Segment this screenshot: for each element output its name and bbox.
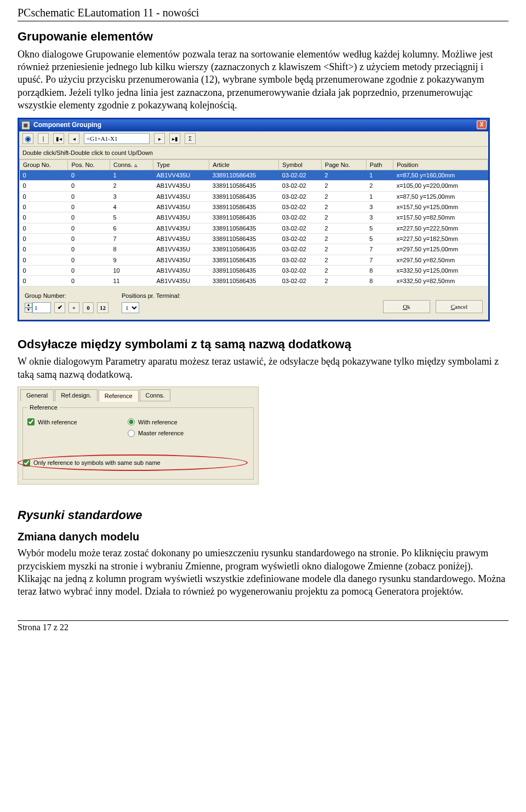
tab-reference[interactable]: Reference — [99, 390, 139, 402]
window-icon: ⊞ — [21, 121, 30, 130]
table-cell: 0 — [68, 170, 110, 181]
table-row[interactable]: 007AB1VV435U338911058643503-02-0225x=227… — [20, 233, 488, 244]
zero-button[interactable]: 0 — [83, 302, 94, 313]
table-cell: 3389110586435 — [209, 191, 279, 201]
table-cell: 4 — [110, 202, 153, 212]
positions-label: Positions pr. Terminal: — [122, 292, 180, 300]
table-cell: 2 — [322, 265, 367, 275]
view-icon[interactable]: ◉ — [22, 133, 33, 144]
only-same-subname-checkbox[interactable] — [23, 459, 30, 467]
table-cell: 3389110586435 — [209, 233, 279, 244]
table-row[interactable]: 0010AB1VV435U338911058643503-02-0228x=33… — [20, 265, 488, 275]
table-cell: AB1VV435U — [153, 181, 209, 191]
table-cell: 0 — [68, 255, 110, 265]
table-row[interactable]: 002AB1VV435U338911058643503-02-0222x=105… — [20, 181, 488, 191]
table-cell: 03-02-02 — [279, 202, 322, 212]
window-titlebar[interactable]: ⊞ Component Grouping X — [19, 119, 488, 131]
stepper-down-icon[interactable]: ▼ — [25, 308, 32, 313]
divider-icon: | — [38, 133, 49, 144]
table-header[interactable]: Type — [153, 159, 209, 170]
table-cell: x=297,50 y=125,00mm — [393, 244, 488, 255]
table-cell: 0 — [20, 170, 68, 181]
document-header: PCschematic ELautomation 11 - nowości — [18, 5, 508, 21]
check-button[interactable]: ✔ — [54, 302, 65, 313]
table-cell: 3389110586435 — [209, 181, 279, 191]
heading-standard-drawings: Rysunki standardowe — [18, 508, 508, 523]
positions-select[interactable]: 1 — [122, 302, 139, 313]
table-cell: x=332,50 y=125,00mm — [393, 265, 488, 275]
table-cell: 3389110586435 — [209, 265, 279, 275]
table-cell: 2 — [322, 223, 367, 233]
table-header[interactable]: Conns. ▵ — [110, 159, 153, 170]
table-header[interactable]: Page No. — [322, 159, 367, 170]
group-number-input[interactable] — [32, 302, 51, 313]
table-cell: 0 — [68, 265, 110, 275]
table-cell: 8 — [110, 244, 153, 255]
table-cell: 3389110586435 — [209, 255, 279, 265]
table-row[interactable]: 004AB1VV435U338911058643503-02-0223x=157… — [20, 202, 488, 212]
renumber-12-button[interactable]: 12 — [97, 302, 108, 313]
group-number-stepper[interactable]: ▲ ▼ — [25, 302, 51, 313]
table-row[interactable]: 003AB1VV435U338911058643503-02-0221x=87,… — [20, 191, 488, 201]
cancel-button[interactable]: Cancel — [436, 300, 483, 313]
table-row[interactable]: 006AB1VV435U338911058643503-02-0225x=227… — [20, 223, 488, 233]
ok-button[interactable]: Ok — [383, 300, 430, 313]
table-cell: 9 — [110, 255, 153, 265]
table-cell: 2 — [322, 255, 367, 265]
table-cell: 03-02-02 — [279, 191, 322, 201]
table-cell: 3389110586435 — [209, 276, 279, 286]
last-icon[interactable]: ▸▮ — [169, 133, 180, 144]
formula-input[interactable] — [84, 133, 150, 144]
table-cell: 03-02-02 — [279, 181, 322, 191]
sum-icon[interactable]: Σ — [185, 133, 196, 144]
with-reference-check-label: With reference — [38, 418, 77, 426]
table-cell: 3389110586435 — [209, 223, 279, 233]
close-icon[interactable]: X — [477, 120, 487, 129]
first-icon[interactable]: ▮◂ — [53, 133, 64, 144]
table-cell: 0 — [20, 202, 68, 212]
table-cell: 2 — [110, 181, 153, 191]
table-cell: 1 — [366, 170, 393, 181]
table-cell: 11 — [110, 276, 153, 286]
table-header[interactable]: Symbol — [279, 159, 322, 170]
table-header[interactable]: Pos. No. — [68, 159, 110, 170]
table-cell: 2 — [322, 202, 367, 212]
table-cell: 2 — [322, 212, 367, 223]
table-cell: 03-02-02 — [279, 255, 322, 265]
table-cell: 0 — [20, 191, 68, 201]
table-cell: 5 — [366, 233, 393, 244]
grouping-table: Group No.Pos. No.Conns. ▵TypeArticleSymb… — [19, 159, 488, 287]
tab-conns[interactable]: Conns. — [140, 389, 171, 401]
plus-button[interactable]: + — [68, 302, 79, 313]
table-cell: 3389110586435 — [209, 202, 279, 212]
tab-general[interactable]: General — [20, 389, 54, 401]
table-row[interactable]: 0011AB1VV435U338911058643503-02-0228x=33… — [20, 276, 488, 286]
table-cell: x=105,00 y=220,00mm — [393, 181, 488, 191]
master-reference-radio[interactable] — [128, 430, 135, 437]
table-cell: x=297,50 y=82,50mm — [393, 255, 488, 265]
table-header[interactable]: Article — [209, 159, 279, 170]
table-cell: 2 — [322, 191, 367, 201]
with-reference-checkbox[interactable] — [27, 418, 35, 425]
table-cell: 0 — [20, 181, 68, 191]
table-row[interactable]: 009AB1VV435U338911058643503-02-0227x=297… — [20, 255, 488, 265]
stepper-up-icon[interactable]: ▲ — [25, 303, 32, 308]
with-reference-radio[interactable] — [128, 418, 135, 425]
table-cell: AB1VV435U — [153, 244, 209, 255]
table-cell: 6 — [110, 223, 153, 233]
prev-icon[interactable]: ◂ — [68, 133, 79, 144]
next-icon[interactable]: ▸ — [154, 133, 165, 144]
table-cell: 0 — [68, 202, 110, 212]
table-cell: 0 — [20, 212, 68, 223]
table-row[interactable]: 008AB1VV435U338911058643503-02-0227x=297… — [20, 244, 488, 255]
reference-tabs: General Ref.design. Reference Conns. — [18, 387, 258, 401]
tab-refdesign[interactable]: Ref.design. — [55, 389, 98, 401]
table-header[interactable]: Path — [366, 159, 393, 170]
table-header[interactable]: Group No. — [20, 159, 68, 170]
only-same-subname-label: Only reference to symbols with same sub … — [33, 459, 161, 467]
table-header[interactable]: Position — [393, 159, 488, 170]
table-cell: 03-02-02 — [279, 223, 322, 233]
table-row[interactable]: 001AB1VV435U338911058643503-02-0221x=87,… — [20, 170, 488, 181]
table-cell: 2 — [322, 170, 367, 181]
table-row[interactable]: 005AB1VV435U338911058643503-02-0223x=157… — [20, 212, 488, 223]
